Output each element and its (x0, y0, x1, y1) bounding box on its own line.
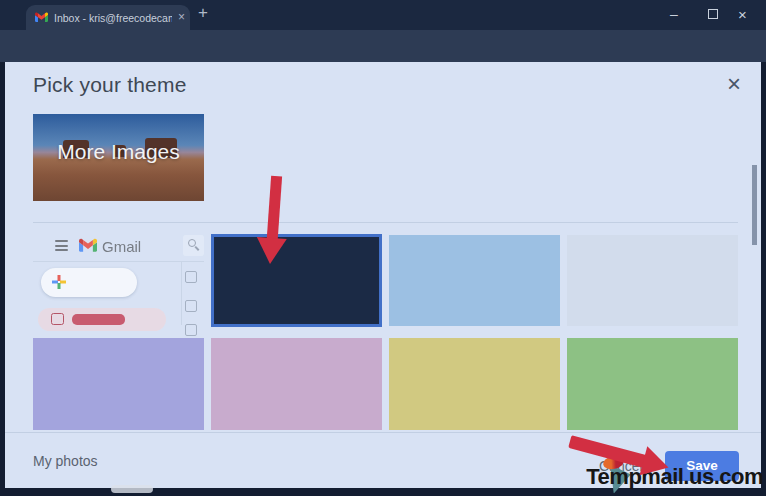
gmail-logo-icon (79, 238, 97, 252)
compose-plus-icon (52, 275, 66, 289)
more-images-label: More Images (33, 140, 204, 164)
dialog-close-icon[interactable]: × (727, 70, 741, 98)
my-photos-link[interactable]: My photos (33, 453, 98, 469)
hamburger-menu-icon (55, 240, 68, 242)
annotation-arrow-theme (255, 175, 291, 267)
divider (33, 222, 738, 223)
theme-swatch-lavender[interactable] (33, 338, 204, 430)
tab-close-icon[interactable]: × (178, 10, 185, 24)
checkbox (185, 300, 197, 312)
theme-swatch-dark-selected[interactable] (211, 234, 382, 327)
gmail-logo-text: Gmail (102, 238, 141, 255)
more-images-thumbnail[interactable]: More Images (33, 114, 204, 201)
compose-button (41, 268, 137, 297)
inbox-label-bar (72, 314, 125, 325)
checkbox (185, 324, 197, 336)
divider (33, 261, 204, 262)
theme-swatch-green[interactable] (567, 338, 738, 430)
window-maximize-button[interactable] (708, 9, 718, 19)
theme-picker-dialog: Pick your theme × More Images Gmail (5, 62, 761, 488)
tab-gmail-inbox[interactable]: Inbox - kris@freecodecamp.org - fre × (26, 5, 190, 30)
divider (5, 432, 761, 433)
tab-title: Inbox - kris@freecodecamp.org - fre (54, 12, 172, 24)
window-minimize-button[interactable]: – (670, 6, 678, 22)
theme-swatch-soft-gray[interactable] (567, 235, 738, 326)
scrollbar-thumb[interactable] (752, 165, 757, 245)
divider (181, 262, 182, 325)
theme-swatch-light-blue[interactable] (389, 235, 560, 326)
tab-strip: Inbox - kris@freecodecamp.org - fre × + … (0, 0, 766, 30)
browser-window: Inbox - kris@freecodecamp.org - fre × + … (0, 0, 766, 496)
search-icon (183, 235, 204, 256)
checkbox (185, 271, 197, 283)
inbox-icon (51, 313, 64, 325)
window-close-button[interactable]: × (738, 6, 747, 23)
browser-toolbar: ← → mail.google.com/mail/u/0/#inbox ☆ 1 … (0, 30, 766, 62)
new-tab-button[interactable]: + (198, 3, 208, 23)
hamburger-menu-icon (55, 249, 68, 251)
compose-label-bar (111, 485, 153, 493)
hamburger-menu-icon (55, 245, 68, 247)
theme-swatch-pink[interactable] (211, 338, 382, 430)
dialog-title: Pick your theme (33, 73, 187, 97)
gmail-favicon-icon (35, 12, 48, 22)
theme-swatch-olive[interactable] (389, 338, 560, 430)
